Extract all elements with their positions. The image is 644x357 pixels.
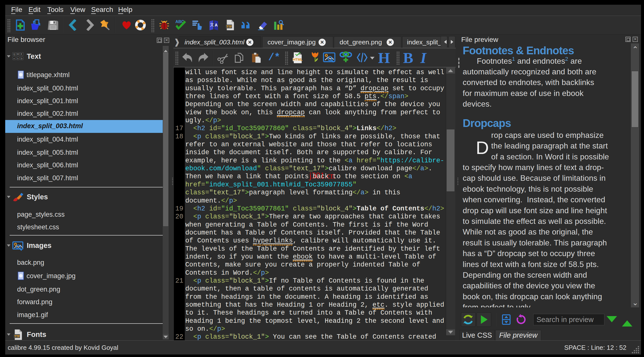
svg-text:A: A	[14, 57, 15, 60]
svg-text:E: E	[21, 53, 22, 55]
svg-text:TTF: TTF	[226, 25, 232, 29]
svg-text:Q: Q	[14, 53, 15, 55]
svg-text:S: S	[17, 57, 18, 60]
svg-text:TTF: TTF	[14, 335, 20, 338]
svg-text:HTML: HTML	[293, 58, 303, 62]
svg-text:文: 文	[210, 22, 214, 27]
svg-text:A: A	[215, 23, 218, 27]
svg-text:D: D	[21, 57, 22, 60]
svg-text:/*: /*	[268, 52, 279, 63]
svg-text:W: W	[17, 53, 19, 55]
